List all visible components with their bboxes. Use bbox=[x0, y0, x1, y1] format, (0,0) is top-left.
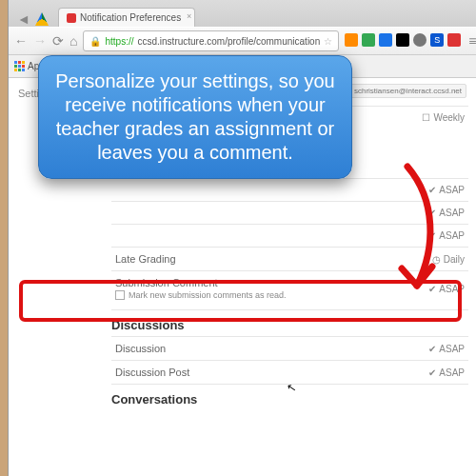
star-icon[interactable]: ☆ bbox=[324, 36, 332, 47]
row-label: Late Grading bbox=[115, 253, 176, 265]
apps-icon bbox=[14, 61, 25, 71]
check-icon: ✔ bbox=[428, 230, 436, 241]
frequency-cell[interactable]: ✔ASAP bbox=[428, 185, 465, 195]
ext-icon[interactable] bbox=[379, 33, 392, 47]
forward-button[interactable]: → bbox=[33, 33, 47, 49]
home-button[interactable]: ⌂ bbox=[69, 33, 77, 49]
frequency-label: ASAP bbox=[439, 185, 465, 195]
notification-row-submission-comment: Submission Comment Mark new submission c… bbox=[111, 270, 468, 309]
row-label: Discussion Post bbox=[115, 367, 189, 378]
notification-row-late-grading: Late Grading ◷Daily bbox=[111, 247, 468, 270]
frequency-label: ASAP bbox=[439, 367, 465, 378]
drive-icon[interactable] bbox=[35, 12, 49, 26]
tab-title: Notification Preferences bbox=[80, 12, 181, 23]
menu-icon[interactable]: ≡ bbox=[465, 33, 476, 49]
frequency-cell[interactable]: ✔ASAP bbox=[428, 344, 465, 354]
frequency-label: ASAP bbox=[439, 208, 465, 218]
frequency-label: Weekly bbox=[433, 112, 465, 123]
reload-button[interactable]: ⟳ bbox=[52, 33, 64, 49]
annotation-callout: Personalize your settings, so you receiv… bbox=[38, 55, 352, 179]
url-input[interactable]: 🔒 https://ccsd.instructure.com/profile/c… bbox=[83, 30, 339, 51]
tab-strip: ◄ Notification Preferences × bbox=[9, 0, 476, 27]
calendar-icon: ☐ bbox=[422, 112, 430, 123]
ext-icon[interactable] bbox=[447, 33, 461, 47]
notification-row-discussion: Discussion ✔ASAP bbox=[111, 336, 468, 360]
ext-icon[interactable] bbox=[413, 33, 426, 47]
notification-row: ✔ASAP bbox=[111, 178, 468, 201]
ext-icon[interactable]: S bbox=[430, 33, 444, 47]
check-icon: ✔ bbox=[428, 208, 436, 218]
frequency-cell[interactable]: ☐Weekly bbox=[422, 112, 465, 123]
extension-icons: S ≡ bbox=[345, 33, 476, 49]
notification-row: ✔ASAP bbox=[111, 201, 468, 224]
ext-icon[interactable] bbox=[362, 33, 375, 47]
ext-icon[interactable] bbox=[345, 33, 358, 47]
row-label: Discussion bbox=[115, 343, 166, 354]
lock-icon: 🔒 bbox=[89, 36, 101, 47]
notification-row: ✔ASAP bbox=[111, 224, 468, 247]
browser-tab[interactable]: Notification Preferences × bbox=[58, 8, 195, 27]
mark-read-checkbox[interactable] bbox=[115, 290, 125, 300]
frequency-label: ASAP bbox=[439, 344, 465, 354]
email-column-header: schristiansen@interact.ccsd.net bbox=[349, 84, 466, 98]
frequency-label: ASAP bbox=[439, 230, 465, 241]
frequency-cell[interactable]: ◷Daily bbox=[432, 254, 465, 265]
close-icon[interactable]: × bbox=[187, 11, 191, 21]
frequency-cell[interactable]: ✔ASAP bbox=[428, 367, 465, 378]
section-discussions: Discussions bbox=[111, 309, 468, 336]
back-button[interactable]: ← bbox=[14, 33, 28, 49]
frequency-cell[interactable]: ✔ASAP bbox=[428, 230, 465, 241]
check-icon: ✔ bbox=[428, 284, 436, 294]
ext-icon[interactable] bbox=[396, 33, 409, 47]
frequency-label: Daily bbox=[444, 254, 465, 265]
check-icon: ✔ bbox=[428, 344, 436, 354]
frequency-cell[interactable]: ✔ASAP bbox=[428, 208, 465, 218]
row-sublabel: Mark new submission comments as read. bbox=[129, 290, 287, 300]
tab-favicon bbox=[67, 13, 76, 23]
check-icon: ✔ bbox=[428, 185, 436, 195]
url-text: ccsd.instructure.com/profile/communicati… bbox=[137, 36, 320, 47]
frequency-cell[interactable]: ✔ASAP bbox=[428, 284, 465, 294]
check-icon: ✔ bbox=[428, 367, 436, 378]
address-bar: ← → ⟳ ⌂ 🔒 https://ccsd.instructure.com/p… bbox=[9, 27, 476, 55]
clock-icon: ◷ bbox=[432, 254, 441, 265]
frequency-label: ASAP bbox=[439, 284, 465, 294]
back-icon[interactable]: ◄ bbox=[16, 11, 31, 27]
url-scheme: https:// bbox=[105, 36, 133, 47]
row-label: Submission Comment bbox=[115, 277, 287, 288]
window-controls: ◄ bbox=[12, 6, 54, 27]
